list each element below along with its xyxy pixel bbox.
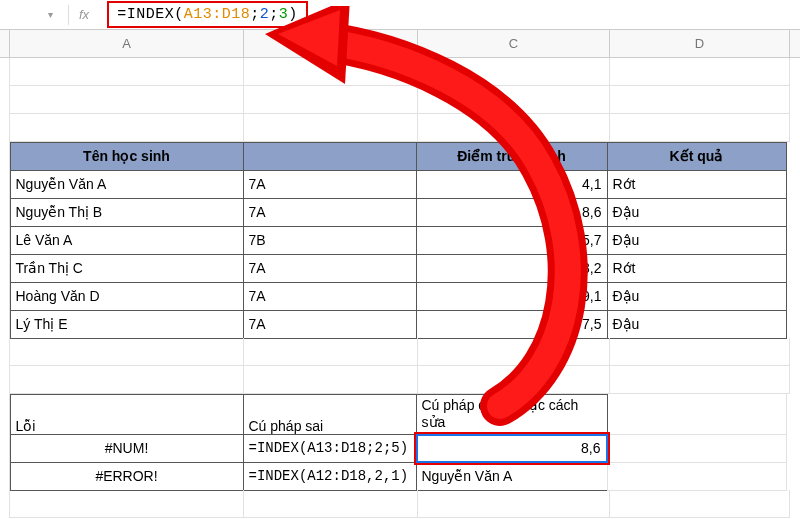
table-row: #NUM! =INDEX(A13:D18;2;5) 8,6 [0,434,800,462]
cell-result[interactable]: Đậu [607,282,787,311]
cell[interactable] [10,114,244,142]
cell-name[interactable]: Lê Văn A [10,226,244,255]
cell[interactable] [244,86,418,114]
cell[interactable] [10,58,244,86]
cell-bad-syntax[interactable]: =INDEX(A13:D18;2;5) [243,434,417,463]
cell-class[interactable]: 7A [243,254,417,283]
col-diem-tb[interactable]: Điểm trung bình [416,142,608,171]
spreadsheet-grid[interactable]: Tên học sinh Điểm trung bình Kết quả Ngu… [0,58,800,518]
col-cu-phap-dung[interactable]: Cú pháp đúng hoặc cách sửa [416,394,608,435]
table-row: Nguyễn Văn A 7A 4,1 Rớt [0,170,800,198]
name-box-dropdown-icon[interactable]: ▾ [42,7,58,23]
formula-input[interactable]: =INDEX(A13:D18;2;3) [107,1,308,28]
cell[interactable] [610,114,790,142]
cell[interactable] [418,58,610,86]
col-header-c[interactable]: C [418,30,610,57]
table-row: Nguyễn Thị B 7A 8,6 Đậu [0,198,800,226]
cell[interactable] [418,86,610,114]
cell[interactable] [418,338,610,366]
cell-error[interactable]: #NUM! [10,434,244,463]
cell[interactable] [610,338,790,366]
cell-name[interactable]: Trần Thị C [10,254,244,283]
cell[interactable] [10,490,244,518]
cell[interactable] [244,490,418,518]
table2-header-row: Lỗi Cú pháp sai Cú pháp đúng hoặc cách s… [0,394,800,434]
table-row: Lê Văn A 7B 5,7 Đậu [0,226,800,254]
cell[interactable] [610,86,790,114]
cell-class[interactable]: 7A [243,310,417,339]
cell[interactable] [610,366,790,394]
cell-result[interactable]: Rớt [607,170,787,199]
cell-class[interactable]: 7A [243,282,417,311]
col-loi[interactable]: Lỗi [10,394,244,435]
col-lop[interactable] [243,142,417,171]
cell[interactable] [607,434,787,463]
col-ten-hoc-sinh[interactable]: Tên học sinh [10,142,244,171]
col-header-b[interactable]: B [244,30,418,57]
cell[interactable] [607,394,787,435]
cell[interactable] [10,338,244,366]
divider [68,5,69,25]
cell-fix[interactable]: Nguyễn Văn A [416,462,608,491]
fx-label: fx [79,7,89,22]
cell[interactable] [418,490,610,518]
cell[interactable] [244,58,418,86]
table-row: #ERROR! =INDEX(A12:D18,2,1) Nguyễn Văn A [0,462,800,490]
table-row: Hoàng Văn D 7A 9,1 Đậu [0,282,800,310]
cell-score[interactable]: 4,1 [416,170,608,199]
cell[interactable] [244,338,418,366]
cell-score[interactable]: 7,5 [416,310,608,339]
cell-result[interactable]: Đậu [607,198,787,227]
cell-result[interactable]: Đậu [607,310,787,339]
table-header-row: Tên học sinh Điểm trung bình Kết quả [0,142,800,170]
cell-score[interactable]: 5,7 [416,226,608,255]
cell-score[interactable]: 8,6 [416,198,608,227]
cell-class[interactable]: 7A [243,170,417,199]
cell-name[interactable]: Lý Thị E [10,310,244,339]
cell[interactable] [10,86,244,114]
cell-score[interactable]: 9,1 [416,282,608,311]
table-row: Lý Thị E 7A 7,5 Đậu [0,310,800,338]
cell-result[interactable]: Đậu [607,226,787,255]
formula-bar: ▾ fx =INDEX(A13:D18;2;3) [0,0,800,30]
table-row: Trần Thị C 7A 3,2 Rớt [0,254,800,282]
cell[interactable] [610,58,790,86]
cell[interactable] [244,114,418,142]
col-header-a[interactable]: A [10,30,244,57]
cell-name[interactable]: Hoàng Văn D [10,282,244,311]
cell-name[interactable]: Nguyễn Thị B [10,198,244,227]
cell-name[interactable]: Nguyễn Văn A [10,170,244,199]
cell-class[interactable]: 7B [243,226,417,255]
cell[interactable] [418,366,610,394]
col-ket-qua[interactable]: Kết quả [607,142,787,171]
column-headers: A B C D [0,30,800,58]
cell[interactable] [244,366,418,394]
cell[interactable] [610,490,790,518]
cell-bad-syntax[interactable]: =INDEX(A12:D18,2,1) [243,462,417,491]
cell[interactable] [418,114,610,142]
cell-error[interactable]: #ERROR! [10,462,244,491]
cell[interactable] [10,366,244,394]
active-cell[interactable]: 8,6 [416,434,608,463]
cell[interactable] [607,462,787,491]
col-header-d[interactable]: D [610,30,790,57]
cell-result[interactable]: Rớt [607,254,787,283]
cell-score[interactable]: 3,2 [416,254,608,283]
col-cu-phap-sai[interactable]: Cú pháp sai [243,394,417,435]
cell-class[interactable]: 7A [243,198,417,227]
